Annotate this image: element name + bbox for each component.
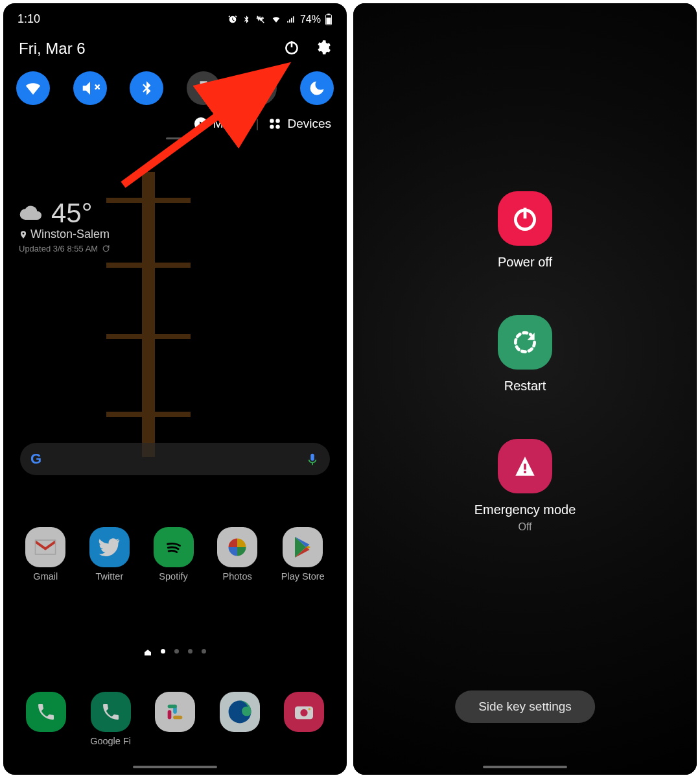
phone-left-quick-settings: 1:10 74% Fri, Mar 6 xyxy=(3,3,347,775)
dock-google-fi[interactable]: Google Fi xyxy=(90,692,131,746)
emergency-state: Off xyxy=(518,521,531,533)
phone-handset-icon xyxy=(36,701,56,722)
svg-point-9 xyxy=(270,119,274,123)
media-button[interactable]: Media xyxy=(194,117,247,131)
wifi-toggle[interactable] xyxy=(16,71,50,105)
svg-point-10 xyxy=(276,119,280,123)
svg-point-5 xyxy=(202,88,204,89)
spotify-icon xyxy=(161,535,186,560)
gear-icon xyxy=(314,39,331,56)
dock-label: Google Fi xyxy=(90,736,131,746)
moon-icon xyxy=(308,79,326,97)
mute-vibrate-icon xyxy=(80,78,100,98)
battery-icon xyxy=(325,14,332,25)
gmail-icon xyxy=(33,538,58,556)
svg-rect-17 xyxy=(168,705,177,709)
emergency-mode-button[interactable]: Emergency mode Off xyxy=(474,439,576,533)
wifi-icon xyxy=(23,78,43,98)
sound-toggle[interactable] xyxy=(73,71,107,105)
weather-widget[interactable]: 45° Winston-Salem Updated 3/6 8:55 AM xyxy=(19,198,110,253)
svg-rect-16 xyxy=(174,716,183,720)
power-button[interactable] xyxy=(283,39,300,58)
app-spotify[interactable]: Spotify xyxy=(154,527,194,582)
refresh-icon xyxy=(102,244,110,253)
bluetooth-icon xyxy=(138,78,155,98)
dnd-toggle[interactable] xyxy=(300,71,334,105)
status-bar: 1:10 74% xyxy=(3,3,347,30)
mic-icon[interactable] xyxy=(305,451,320,467)
settings-button[interactable] xyxy=(314,39,331,58)
location-pin-icon xyxy=(19,230,28,240)
fi-phone-icon xyxy=(100,701,121,722)
restart-button[interactable]: Restart xyxy=(498,315,552,394)
dock: Google Fi xyxy=(3,692,347,746)
side-key-label: Side key settings xyxy=(478,700,572,713)
google-logo-icon: G xyxy=(30,451,41,467)
bluetooth-toggle[interactable] xyxy=(130,71,163,105)
svg-point-12 xyxy=(276,124,280,128)
restart-icon xyxy=(511,328,539,357)
gesture-bar[interactable] xyxy=(483,766,567,768)
photos-icon xyxy=(226,536,249,559)
app-play-store[interactable]: Play Store xyxy=(281,527,325,582)
app-twitter[interactable]: Twitter xyxy=(89,527,130,582)
phone-right-power-menu: Power off Restart Emergency mode Off Sid… xyxy=(353,3,697,775)
app-label: Photos xyxy=(223,571,252,582)
separator: | xyxy=(255,117,259,131)
power-icon xyxy=(511,204,539,233)
gesture-bar[interactable] xyxy=(133,766,217,768)
dock-phone[interactable] xyxy=(26,692,66,746)
panel-drag-handle[interactable] xyxy=(166,137,184,139)
power-icon xyxy=(283,39,300,56)
slack-icon xyxy=(164,701,186,723)
app-label: Play Store xyxy=(281,571,325,582)
cloud-icon xyxy=(19,204,45,222)
signal-icon xyxy=(286,15,296,24)
restart-label: Restart xyxy=(504,379,546,394)
edge-icon xyxy=(228,700,252,724)
google-search-bar[interactable]: G xyxy=(20,443,330,475)
app-label: Gmail xyxy=(33,571,58,582)
power-menu: Power off Restart Emergency mode Off xyxy=(353,191,697,533)
dock-edge[interactable] xyxy=(220,692,260,746)
play-store-icon xyxy=(292,536,313,559)
battery-leaf-icon xyxy=(252,79,268,97)
power-off-label: Power off xyxy=(498,255,552,270)
status-icons: 74% xyxy=(228,14,332,25)
quick-toggles xyxy=(15,67,335,110)
emergency-icon xyxy=(511,452,539,480)
app-gmail[interactable]: Gmail xyxy=(25,527,65,582)
vibrate-icon xyxy=(255,14,266,25)
app-photos[interactable]: Photos xyxy=(217,527,257,582)
app-label: Twitter xyxy=(96,571,124,582)
status-time: 1:10 xyxy=(18,12,40,26)
app-label: Spotify xyxy=(159,571,187,582)
devices-button[interactable]: Devices xyxy=(268,117,331,131)
svg-rect-7 xyxy=(259,81,261,82)
app-row: Gmail Twitter Spotify Photos Play Store xyxy=(3,527,347,582)
weather-updated: Updated 3/6 8:55 AM xyxy=(19,244,98,253)
panel-date: Fri, Mar 6 xyxy=(19,40,86,58)
weather-location: Winston-Salem xyxy=(30,228,110,241)
emergency-label: Emergency mode xyxy=(474,502,576,517)
svg-rect-2 xyxy=(326,18,331,24)
twitter-icon xyxy=(99,538,121,556)
side-key-settings-button[interactable]: Side key settings xyxy=(455,690,595,723)
power-saving-toggle[interactable] xyxy=(243,71,277,105)
svg-point-21 xyxy=(309,708,311,711)
svg-point-20 xyxy=(301,709,308,716)
power-off-button[interactable]: Power off xyxy=(498,191,552,270)
wifi-status-icon xyxy=(270,15,282,24)
play-circle-icon xyxy=(194,117,208,131)
devices-grid-icon xyxy=(268,117,282,131)
dock-camera[interactable] xyxy=(284,692,324,746)
home-page-icon xyxy=(144,649,152,655)
svg-point-11 xyxy=(270,124,274,128)
svg-rect-14 xyxy=(168,710,172,719)
battery-percent: 74% xyxy=(300,14,321,25)
flashlight-toggle[interactable] xyxy=(187,71,220,105)
dock-slack[interactable] xyxy=(155,692,195,746)
bluetooth-status-icon xyxy=(242,14,251,25)
flashlight-icon xyxy=(195,78,212,98)
camera-icon xyxy=(293,703,315,721)
